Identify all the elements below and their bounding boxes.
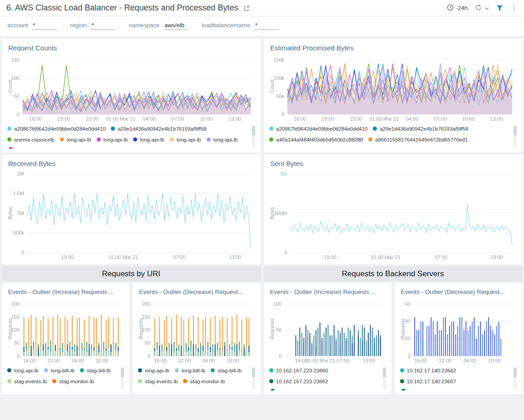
legend-scrollbar[interactable] (383, 367, 386, 389)
namespace-filter-input[interactable]: aws/elb (163, 22, 188, 30)
svg-text:22:00: 22:00 (86, 116, 99, 122)
panel-outlier-increase-uri: Events - Outlier (Increase) Requests ...… (2, 283, 129, 394)
legend-item[interactable]: long-api-lb (60, 136, 91, 143)
received-bytes-chart[interactable]: 0500k1M1.5M2M19:0001:00 Mar 2107:0013:00… (7, 170, 255, 261)
legend-scrollbar[interactable] (514, 126, 517, 147)
legend-item[interactable]: long-api-lb (133, 136, 164, 143)
svg-text:2M: 2M (17, 171, 24, 176)
legend-label: long-api-lb (177, 137, 201, 142)
legend-item[interactable]: stag-monitor-lb (52, 378, 94, 385)
legend-label: long-bill-lb (51, 368, 74, 373)
svg-text:100k: 100k (273, 75, 284, 81)
legend-scrollbar[interactable] (252, 367, 255, 389)
legend-dot (52, 379, 56, 383)
legend-item[interactable]: a96611558176441649e672bd65770ed1 (368, 136, 468, 143)
scrollbar-thumb[interactable] (252, 367, 255, 377)
legend-dot (7, 127, 11, 131)
legend-item[interactable]: a20867fd9642d4e09bbe0d284e0dd410 (7, 125, 105, 132)
outlier-increase-uri-chart[interactable]: 05010015020016:0022:0004:0010:00Requests (7, 298, 124, 364)
legend-dot (138, 379, 142, 383)
legend-dot (97, 137, 101, 142)
svg-text:01:00 Mar 21: 01:00 Mar 21 (306, 358, 335, 363)
svg-text:13:00: 13:00 (228, 116, 241, 122)
refresh-control[interactable] (475, 4, 489, 12)
svg-text:01:00 Mar 21: 01:00 Mar 21 (369, 116, 399, 122)
svg-text:04:00: 04:00 (203, 358, 215, 363)
legend-label: a20867fd9642d4e09bbe0d284e0dd410 (276, 126, 367, 132)
time-range-control[interactable]: -24h (447, 4, 468, 12)
legend-item[interactable]: a29e1d436a90942e4b1b76193af5ff58 (373, 125, 468, 132)
filter-label: region (70, 22, 87, 29)
legend-scrollbar[interactable] (252, 126, 255, 147)
filter-loadbalancername: loadbalancername * (202, 22, 279, 30)
scrollbar-thumb[interactable] (514, 126, 517, 136)
legend-dot (111, 127, 115, 131)
legend-item[interactable]: 10.162.167.223:23660 (269, 367, 328, 374)
legend-item[interactable]: stag-monitor-lb (183, 378, 225, 385)
legend-dot-partial (401, 389, 405, 391)
scrollbar-thumb[interactable] (514, 367, 517, 377)
legend-item[interactable]: stag-bill-lb (211, 367, 241, 374)
svg-text:Requests: Requests (138, 318, 143, 339)
scrollbar-thumb[interactable] (121, 367, 124, 377)
filter-region: region * (70, 22, 115, 30)
legend-item[interactable]: 10.162.167.223:23662 (269, 378, 328, 385)
outlier-increase-backend-chart[interactable]: 05010019:0001:00 Mar 2107:0013:00Request… (269, 298, 386, 364)
svg-text:1M: 1M (17, 210, 24, 216)
legend-dot (269, 379, 273, 383)
chevron-down-icon (485, 5, 489, 11)
legend-scrollbar[interactable] (514, 367, 517, 389)
svg-text:07:00: 07:00 (434, 116, 447, 122)
legend-item[interactable]: long-api-lb (97, 136, 128, 143)
account-filter-input[interactable]: * (32, 22, 57, 30)
legend-item[interactable]: long-api-lb (7, 367, 39, 374)
panel-row-3: Events - Outlier (Increase) Requests ...… (0, 281, 524, 394)
request-counts-chart[interactable]: 05010015016:0019:0022:0001:00 Mar 2104:0… (7, 54, 255, 122)
legend-item[interactable]: long-api-lb (170, 136, 201, 143)
outlier-decrease-uri-chart[interactable]: 05010015020016:0022:0004:0010:00Requests (138, 298, 255, 364)
header-controls: -24h ⋮ (447, 4, 518, 12)
filter-icon[interactable] (496, 5, 503, 11)
legend-scrollbar[interactable] (121, 367, 124, 389)
legend-item[interactable]: 10.162.17.140:23662 (400, 367, 456, 374)
legend: 10.162.167.223:2366010.162.167.223:23662 (269, 367, 386, 391)
legend-item[interactable]: long-api-lb (207, 136, 238, 143)
legend-item[interactable]: stag-events-lb (138, 378, 178, 385)
chart-svg: 05010015020016:0022:0004:0010:00Requests (7, 298, 124, 364)
scrollbar-thumb[interactable] (383, 367, 386, 377)
legend-dot (269, 368, 273, 372)
svg-text:01:00 Mar 21: 01:00 Mar 21 (106, 116, 135, 122)
legend-item[interactable]: anema-classicelb (7, 136, 54, 143)
legend-item[interactable]: stag-bill-lb (80, 367, 110, 374)
legend-item[interactable]: a40a144af484f403db5d560b2c882f8f (269, 136, 363, 143)
legend-item[interactable]: stag-events-lb (7, 378, 47, 385)
svg-text:1.5M: 1.5M (13, 190, 24, 196)
region-filter-input[interactable]: * (91, 22, 115, 30)
svg-text:200: 200 (11, 301, 20, 307)
svg-text:50: 50 (276, 327, 281, 332)
panel-title: Events - Outlier (Increase) Requests ... (8, 288, 124, 295)
share-icon[interactable] (243, 5, 250, 12)
svg-text:0: 0 (148, 353, 150, 359)
scrollbar-thumb[interactable] (252, 126, 255, 136)
legend-item[interactable]: long-bill-lb (175, 367, 205, 374)
legend-item[interactable]: a20867fd9642d4e09bbe0d284e0dd410 (269, 125, 367, 132)
legend-dot (60, 137, 64, 142)
legend-item[interactable]: a29e1d436a90942e4b1b76193af5ff58 (111, 125, 206, 132)
legend-dot (373, 127, 377, 131)
svg-text:04:00: 04:00 (143, 116, 156, 122)
filter-label: account (7, 22, 28, 29)
kebab-menu-icon[interactable]: ⋮ (510, 4, 518, 12)
legend-item[interactable]: 10.162.17.140:23667 (400, 378, 456, 385)
svg-text:Requests: Requests (269, 318, 275, 339)
estimated-processed-bytes-chart[interactable]: 050k100k150k16:0019:0022:0001:00 Mar 210… (269, 54, 517, 122)
outlier-decrease-backend-chart[interactable]: 020406016:0022:0004:0010:00Requests (400, 298, 517, 364)
legend-label: long-bill-lb (182, 368, 205, 373)
svg-text:50k: 50k (276, 93, 284, 99)
svg-text:60: 60 (405, 301, 410, 307)
legend-item[interactable]: long-api-lb (138, 367, 169, 374)
loadbalancername-filter-input[interactable]: * (254, 22, 279, 30)
legend-item[interactable]: long-bill-lb (44, 367, 74, 374)
sent-bytes-chart[interactable]: 0500M1G19:0001:00 Mar 2107:0013:00Bytes (269, 170, 517, 261)
svg-text:150: 150 (11, 57, 20, 63)
